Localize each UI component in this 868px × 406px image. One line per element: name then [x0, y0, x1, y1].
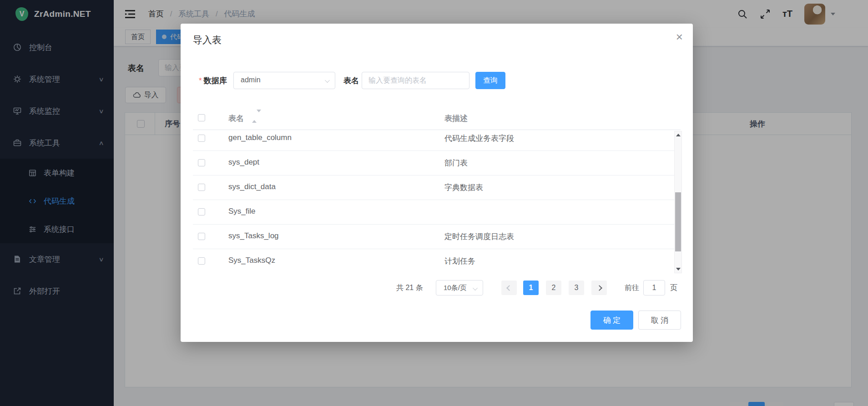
table-name-label: 表名	[343, 75, 359, 86]
database-label: *数据库	[199, 75, 227, 86]
close-icon[interactable]: ×	[676, 31, 683, 43]
column-header-table-name[interactable]: 表名	[228, 113, 244, 124]
prev-page-button[interactable]	[501, 281, 517, 295]
table-name-input[interactable]	[362, 72, 469, 89]
import-table-dialog: 导入表 × *数据库 admin 表名 查询 表名 表描述 gen_table_…	[181, 24, 693, 342]
scroll-up-arrow-icon[interactable]	[676, 134, 681, 136]
dialog-title: 导入表	[193, 34, 222, 46]
table-row[interactable]: Sys_file	[193, 200, 674, 225]
page-size-select[interactable]: 10条/页	[436, 280, 483, 296]
goto-page-input[interactable]	[643, 280, 665, 296]
row-checkbox[interactable]	[198, 233, 205, 240]
next-page-button[interactable]	[591, 281, 607, 295]
table-scrollbar[interactable]	[674, 131, 682, 273]
goto-label: 前往	[625, 283, 639, 293]
goto-suffix: 页	[670, 283, 677, 293]
dialog-search-form: *数据库 admin 表名 查询	[181, 72, 693, 89]
page-button-3[interactable]: 3	[569, 281, 584, 295]
row-checkbox[interactable]	[198, 135, 205, 142]
select-all-checkbox[interactable]	[198, 114, 205, 121]
chevron-left-icon	[506, 285, 512, 291]
chevron-down-icon	[325, 78, 330, 83]
scrollbar-thumb[interactable]	[675, 192, 681, 251]
cancel-button[interactable]: 取 消	[638, 311, 681, 330]
column-header-table-desc: 表描述	[444, 113, 468, 124]
dialog-pagination: 共 21 条 10条/页 1 2 3 前往 页	[181, 279, 693, 296]
search-button[interactable]: 查询	[475, 72, 505, 89]
row-checkbox[interactable]	[198, 208, 205, 216]
pagination-total: 共 21 条	[396, 283, 423, 293]
page-button-2[interactable]: 2	[546, 281, 561, 295]
table-row[interactable]: Sys_TasksQz 计划任务	[193, 249, 674, 273]
chevron-right-icon	[596, 285, 602, 291]
row-checkbox[interactable]	[198, 159, 205, 166]
row-checkbox[interactable]	[198, 184, 205, 191]
chevron-down-icon	[473, 286, 478, 291]
row-checkbox[interactable]	[198, 257, 205, 265]
database-select[interactable]: admin	[233, 72, 335, 89]
sort-caret-icon[interactable]	[252, 112, 257, 120]
dialog-table-header: 表名 表描述	[193, 107, 681, 130]
table-row[interactable]: sys_dept 部门表	[193, 151, 674, 175]
table-row[interactable]: gen_table_column 代码生成业务表字段	[193, 130, 674, 151]
page-button-1[interactable]: 1	[523, 281, 539, 295]
scroll-down-arrow-icon[interactable]	[676, 268, 681, 271]
dialog-table-body: gen_table_column 代码生成业务表字段 sys_dept 部门表 …	[193, 130, 674, 273]
confirm-button[interactable]: 确 定	[590, 311, 633, 330]
table-row[interactable]: sys_dict_data 字典数据表	[193, 175, 674, 200]
table-row[interactable]: sys_Tasks_log 定时任务调度日志表	[193, 225, 674, 249]
required-mark: *	[199, 76, 202, 85]
